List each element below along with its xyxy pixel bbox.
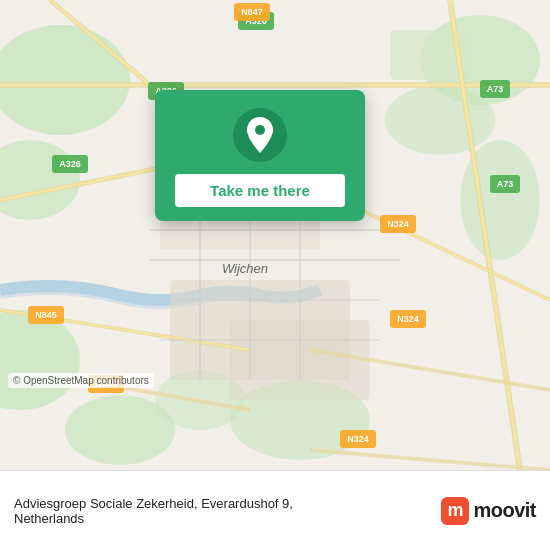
svg-point-59	[255, 125, 265, 135]
address-text: Adviesgroep Sociale Zekerheid, Everardus…	[14, 496, 441, 511]
svg-text:N324: N324	[397, 314, 419, 324]
pin-icon-container	[233, 108, 287, 162]
take-me-there-button[interactable]: Take me there	[175, 174, 345, 207]
svg-text:A73: A73	[487, 84, 504, 94]
svg-text:A326: A326	[59, 159, 81, 169]
bottom-info: Adviesgroep Sociale Zekerheid, Everardus…	[14, 496, 441, 526]
svg-text:N324: N324	[347, 434, 369, 444]
location-card: Take me there	[155, 90, 365, 221]
moovit-m-icon: m	[441, 497, 469, 525]
map-container: A326 A326 A326 A73 A73 N324 N324 N324 N8…	[0, 0, 550, 470]
country-text: Netherlands	[14, 511, 441, 526]
moovit-brand-text: moovit	[473, 499, 536, 522]
svg-point-6	[385, 85, 495, 155]
svg-text:Wijchen: Wijchen	[222, 261, 268, 276]
bottom-bar: Adviesgroep Sociale Zekerheid, Everardus…	[0, 470, 550, 550]
pin-icon	[245, 117, 275, 153]
moovit-logo: m moovit	[441, 497, 536, 525]
attribution-text: © OpenStreetMap contributors	[13, 375, 149, 386]
svg-text:N845: N845	[35, 310, 57, 320]
svg-text:A73: A73	[497, 179, 514, 189]
svg-text:N324: N324	[387, 219, 409, 229]
svg-text:N847: N847	[241, 7, 263, 17]
osm-attribution: © OpenStreetMap contributors	[8, 373, 154, 388]
